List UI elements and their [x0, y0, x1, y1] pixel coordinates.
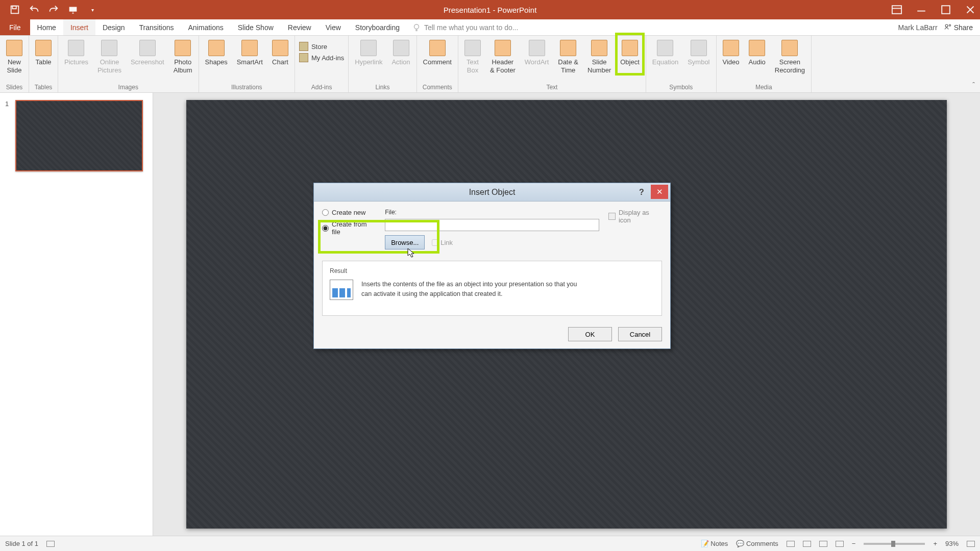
zoom-out-icon[interactable]: −	[852, 540, 856, 547]
tab-storyboarding[interactable]: Storyboarding	[348, 19, 407, 35]
dialog-help-icon[interactable]: ?	[634, 188, 649, 197]
display-as-icon-checkbox[interactable]: Display as icon	[608, 209, 662, 224]
group-images-label: Images	[118, 82, 138, 92]
tab-review[interactable]: Review	[281, 19, 318, 35]
slideshow-view-icon[interactable]	[836, 541, 844, 547]
dialog-close-icon[interactable]: ✕	[651, 185, 668, 199]
normal-view-icon[interactable]	[787, 541, 795, 547]
reading-view-icon[interactable]	[819, 541, 827, 547]
slide-number-label: Slide Number	[587, 58, 611, 74]
link-label: Link	[440, 239, 453, 246]
hyperlink-button[interactable]: Hyperlink	[353, 38, 384, 68]
shapes-label: Shapes	[205, 58, 228, 66]
comment-button[interactable]: Comment	[421, 38, 454, 68]
online-pictures-button[interactable]: Online Pictures	[95, 38, 124, 76]
lightbulb-icon	[412, 23, 421, 32]
link-checkbox[interactable]: Link	[432, 239, 453, 246]
file-path-input[interactable]	[385, 219, 599, 231]
equation-button[interactable]: Equation	[650, 38, 680, 68]
result-preview-icon	[330, 280, 353, 300]
smartart-button[interactable]: SmartArt	[235, 38, 265, 68]
browse-button[interactable]: Browse...	[385, 235, 425, 249]
slide-thumbnail-1[interactable]	[15, 100, 143, 171]
wordart-button[interactable]: WordArt	[523, 38, 551, 68]
dialog-title-bar[interactable]: Insert Object ? ✕	[314, 183, 670, 202]
tab-file[interactable]: File	[0, 19, 30, 35]
comments-button[interactable]: 💬 Comments	[736, 540, 778, 547]
photo-album-button[interactable]: Photo Album	[172, 38, 194, 76]
screen-recording-label: Screen Recording	[775, 58, 805, 74]
group-symbols-label: Symbols	[669, 82, 693, 92]
zoom-level[interactable]: 93%	[945, 540, 959, 547]
slide-indicator[interactable]: Slide 1 of 1	[5, 540, 38, 547]
chart-button[interactable]: Chart	[270, 38, 290, 68]
fit-to-window-icon[interactable]	[967, 541, 975, 547]
header-footer-button[interactable]: Header & Footer	[488, 38, 518, 76]
tell-me-search[interactable]: Tell me what you want to do...	[412, 19, 518, 35]
screenshot-label: Screenshot	[131, 58, 164, 66]
signed-in-user[interactable]: Mark LaBarr	[898, 23, 938, 32]
text-box-button[interactable]: Text Box	[462, 38, 483, 76]
tab-animations[interactable]: Animations	[181, 19, 230, 35]
minimize-icon[interactable]	[915, 5, 928, 15]
notes-button[interactable]: 📝 Notes	[701, 540, 728, 547]
audio-button[interactable]: Audio	[747, 38, 768, 68]
hyperlink-label: Hyperlink	[355, 58, 382, 66]
online-pictures-label: Online Pictures	[97, 58, 121, 74]
action-button[interactable]: Action	[389, 38, 412, 68]
window-title: Presentation1 - PowerPoint	[444, 6, 537, 14]
object-button[interactable]: Object	[618, 38, 642, 68]
maximize-icon[interactable]	[939, 5, 952, 15]
qat-customize-icon[interactable]: ▾	[87, 4, 98, 15]
slide-number-button[interactable]: Slide Number	[585, 38, 613, 76]
store-button[interactable]: Store	[299, 42, 344, 51]
tab-slideshow[interactable]: Slide Show	[231, 19, 281, 35]
slide-thumbnail-pane[interactable]: 1	[0, 93, 153, 536]
text-box-label: Text Box	[467, 58, 479, 74]
screen-recording-button[interactable]: Screen Recording	[773, 38, 807, 76]
tab-transitions[interactable]: Transitions	[132, 19, 181, 35]
radio-create-from-file-label: Create from file	[332, 220, 376, 236]
save-icon[interactable]	[9, 4, 20, 15]
ok-button[interactable]: OK	[568, 327, 612, 341]
start-slideshow-icon[interactable]	[67, 4, 79, 15]
pictures-button[interactable]: Pictures	[62, 38, 90, 68]
ribbon-display-icon[interactable]	[890, 5, 903, 15]
spell-check-icon[interactable]	[46, 541, 55, 547]
comments-label: Comments	[746, 540, 778, 547]
symbol-button[interactable]: Symbol	[685, 38, 712, 68]
svg-rect-1	[12, 6, 16, 9]
tab-design[interactable]: Design	[95, 19, 132, 35]
group-slides-label: Slides	[6, 82, 23, 92]
cancel-button[interactable]: Cancel	[618, 327, 662, 341]
my-addins-button[interactable]: My Add-ins	[299, 53, 344, 62]
table-button[interactable]: Table	[33, 38, 54, 68]
share-button[interactable]: Share	[944, 22, 973, 32]
status-bar: Slide 1 of 1 📝 Notes 💬 Comments − + 93%	[0, 536, 980, 551]
tab-view[interactable]: View	[318, 19, 348, 35]
shapes-button[interactable]: Shapes	[203, 38, 230, 68]
screenshot-button[interactable]: Screenshot	[129, 38, 166, 68]
display-as-icon-label: Display as icon	[619, 209, 662, 224]
smartart-label: SmartArt	[237, 58, 263, 66]
collapse-ribbon-icon[interactable]: ˆ	[972, 81, 975, 89]
date-time-button[interactable]: Date & Time	[556, 38, 580, 76]
zoom-slider[interactable]	[864, 543, 925, 545]
tab-home[interactable]: Home	[30, 19, 63, 35]
close-window-icon[interactable]	[964, 5, 977, 15]
new-slide-button[interactable]: New Slide	[4, 38, 24, 76]
radio-create-new[interactable]: Create new	[322, 209, 376, 216]
radio-create-from-file[interactable]: Create from file	[322, 220, 376, 236]
undo-icon[interactable]	[29, 4, 40, 15]
my-addins-label: My Add-ins	[311, 54, 344, 62]
table-label: Table	[35, 58, 51, 66]
zoom-in-icon[interactable]: +	[933, 540, 937, 547]
ribbon-tabs: File Home Insert Design Transitions Anim…	[0, 19, 980, 36]
chart-label: Chart	[272, 58, 288, 66]
redo-icon[interactable]	[48, 4, 59, 15]
slide-sorter-icon[interactable]	[803, 541, 811, 547]
video-button[interactable]: Video	[721, 38, 742, 68]
tab-insert[interactable]: Insert	[63, 19, 95, 35]
radio-create-new-label: Create new	[332, 209, 365, 216]
date-time-label: Date & Time	[558, 58, 578, 74]
